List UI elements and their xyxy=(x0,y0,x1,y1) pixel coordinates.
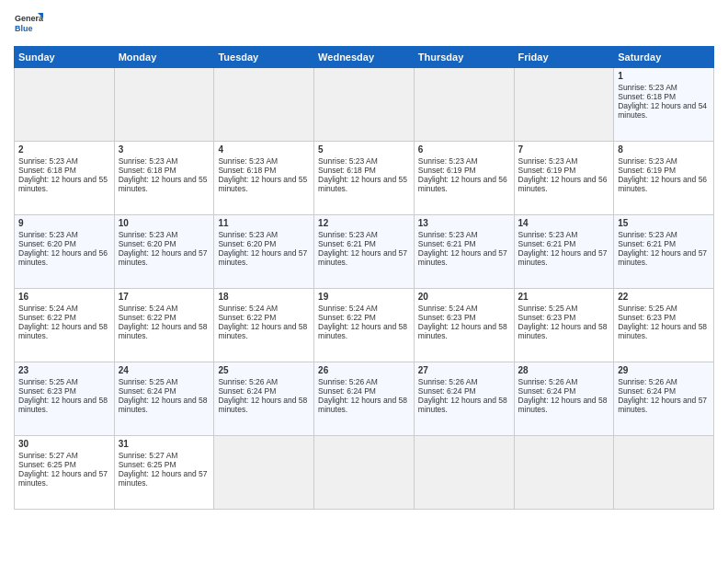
daylight-label: Daylight: 12 hours and 55 minutes. xyxy=(119,175,208,193)
day-number: 12 xyxy=(318,218,410,228)
calendar-cell: 7Sunrise: 5:23 AMSunset: 6:19 PMDaylight… xyxy=(514,142,614,215)
daylight-label: Daylight: 12 hours and 58 minutes. xyxy=(518,322,608,340)
col-header-monday: Monday xyxy=(114,47,214,68)
day-number: 2 xyxy=(18,144,110,155)
sunset-label: Sunset: 6:23 PM xyxy=(518,313,576,322)
sunset-label: Sunset: 6:23 PM xyxy=(418,313,476,322)
header-row: SundayMondayTuesdayWednesdayThursdayFrid… xyxy=(15,47,714,68)
calendar-cell xyxy=(114,68,214,142)
day-number: 24 xyxy=(119,365,210,375)
daylight-label: Daylight: 12 hours and 56 minutes. xyxy=(418,175,507,193)
daylight-label: Daylight: 12 hours and 58 minutes. xyxy=(18,322,108,340)
calendar-cell: 8Sunrise: 5:23 AMSunset: 6:19 PMDaylight… xyxy=(614,142,714,215)
day-number: 1 xyxy=(618,71,710,81)
sunset-label: Sunset: 6:22 PM xyxy=(318,313,376,322)
daylight-label: Daylight: 12 hours and 55 minutes. xyxy=(218,175,307,193)
calendar-cell: 9Sunrise: 5:23 AMSunset: 6:20 PMDaylight… xyxy=(15,215,115,289)
sunrise-label: Sunrise: 5:25 AM xyxy=(618,304,677,313)
sunset-label: Sunset: 6:18 PM xyxy=(218,166,276,175)
calendar-cell xyxy=(514,436,614,510)
day-number: 19 xyxy=(318,292,410,302)
calendar-cell: 27Sunrise: 5:26 AMSunset: 6:24 PMDayligh… xyxy=(414,362,514,436)
sunset-label: Sunset: 6:20 PM xyxy=(119,239,176,248)
col-header-wednesday: Wednesday xyxy=(314,47,415,68)
calendar-cell: 2Sunrise: 5:23 AMSunset: 6:18 PMDaylight… xyxy=(15,142,115,215)
day-number: 31 xyxy=(119,439,210,449)
sunrise-label: Sunrise: 5:26 AM xyxy=(218,377,278,386)
daylight-label: Daylight: 12 hours and 55 minutes. xyxy=(318,175,407,193)
daylight-label: Daylight: 12 hours and 58 minutes. xyxy=(318,396,407,414)
calendar-cell: 29Sunrise: 5:26 AMSunset: 6:24 PMDayligh… xyxy=(614,362,714,436)
sunset-label: Sunset: 6:21 PM xyxy=(318,239,376,248)
calendar-cell xyxy=(314,68,415,142)
sunrise-label: Sunrise: 5:23 AM xyxy=(119,156,178,166)
sunset-label: Sunset: 6:18 PM xyxy=(318,166,376,175)
sunset-label: Sunset: 6:18 PM xyxy=(618,92,676,101)
daylight-label: Daylight: 12 hours and 57 minutes. xyxy=(119,469,208,488)
calendar-cell xyxy=(514,68,614,142)
daylight-label: Daylight: 12 hours and 58 minutes. xyxy=(518,396,608,414)
sunrise-label: Sunrise: 5:23 AM xyxy=(518,156,578,166)
sunset-label: Sunset: 6:22 PM xyxy=(18,313,76,322)
day-number: 17 xyxy=(119,292,210,302)
daylight-label: Daylight: 12 hours and 57 minutes. xyxy=(18,469,108,488)
sunset-label: Sunset: 6:24 PM xyxy=(618,386,676,396)
day-number: 18 xyxy=(218,292,310,302)
day-number: 20 xyxy=(418,292,510,302)
daylight-label: Daylight: 12 hours and 58 minutes. xyxy=(418,396,507,414)
col-header-sunday: Sunday xyxy=(15,47,115,68)
day-number: 16 xyxy=(18,292,110,302)
week-row-5: 30Sunrise: 5:27 AMSunset: 6:25 PMDayligh… xyxy=(15,436,714,510)
daylight-label: Daylight: 12 hours and 57 minutes. xyxy=(418,248,507,267)
sunrise-label: Sunrise: 5:23 AM xyxy=(218,156,278,166)
sunrise-label: Sunrise: 5:23 AM xyxy=(618,83,677,92)
day-number: 28 xyxy=(518,365,610,375)
calendar-cell: 11Sunrise: 5:23 AMSunset: 6:20 PMDayligh… xyxy=(214,215,314,289)
sunrise-label: Sunrise: 5:24 AM xyxy=(218,304,278,313)
calendar-cell xyxy=(214,436,314,510)
day-number: 4 xyxy=(218,144,310,155)
sunrise-label: Sunrise: 5:26 AM xyxy=(518,377,578,386)
calendar-cell: 20Sunrise: 5:24 AMSunset: 6:23 PMDayligh… xyxy=(414,289,514,362)
sunset-label: Sunset: 6:22 PM xyxy=(119,313,176,322)
sunset-label: Sunset: 6:19 PM xyxy=(518,166,576,175)
calendar-cell: 1Sunrise: 5:23 AMSunset: 6:18 PMDaylight… xyxy=(614,68,714,142)
sunrise-label: Sunrise: 5:25 AM xyxy=(518,304,578,313)
day-number: 8 xyxy=(618,144,710,155)
calendar-table: SundayMondayTuesdayWednesdayThursdayFrid… xyxy=(14,46,714,510)
calendar-cell: 21Sunrise: 5:25 AMSunset: 6:23 PMDayligh… xyxy=(514,289,614,362)
calendar-cell: 23Sunrise: 5:25 AMSunset: 6:23 PMDayligh… xyxy=(15,362,115,436)
sunset-label: Sunset: 6:18 PM xyxy=(119,166,176,175)
calendar-cell: 13Sunrise: 5:23 AMSunset: 6:21 PMDayligh… xyxy=(414,215,514,289)
calendar-cell: 12Sunrise: 5:23 AMSunset: 6:21 PMDayligh… xyxy=(314,215,415,289)
col-header-tuesday: Tuesday xyxy=(214,47,314,68)
daylight-label: Daylight: 12 hours and 56 minutes. xyxy=(618,175,707,193)
sunrise-label: Sunrise: 5:23 AM xyxy=(618,156,677,166)
sunset-label: Sunset: 6:24 PM xyxy=(518,386,576,396)
sunrise-label: Sunrise: 5:23 AM xyxy=(318,230,378,239)
sunrise-label: Sunrise: 5:27 AM xyxy=(18,451,78,460)
sunset-label: Sunset: 6:22 PM xyxy=(218,313,276,322)
calendar-cell: 30Sunrise: 5:27 AMSunset: 6:25 PMDayligh… xyxy=(15,436,115,510)
logo-svg: General Blue xyxy=(14,9,43,39)
svg-text:General: General xyxy=(15,14,43,23)
calendar-cell: 4Sunrise: 5:23 AMSunset: 6:18 PMDaylight… xyxy=(214,142,314,215)
sunrise-label: Sunrise: 5:24 AM xyxy=(119,304,178,313)
calendar-cell xyxy=(314,436,415,510)
svg-text:Blue: Blue xyxy=(15,24,33,33)
day-number: 15 xyxy=(618,218,710,228)
col-header-thursday: Thursday xyxy=(414,47,514,68)
calendar-cell: 16Sunrise: 5:24 AMSunset: 6:22 PMDayligh… xyxy=(15,289,115,362)
calendar-cell: 15Sunrise: 5:23 AMSunset: 6:21 PMDayligh… xyxy=(614,215,714,289)
week-row-4: 23Sunrise: 5:25 AMSunset: 6:23 PMDayligh… xyxy=(15,362,714,436)
header: General Blue xyxy=(14,9,714,39)
daylight-label: Daylight: 12 hours and 57 minutes. xyxy=(618,248,707,267)
sunset-label: Sunset: 6:21 PM xyxy=(518,239,576,248)
day-number: 14 xyxy=(518,218,610,228)
sunrise-label: Sunrise: 5:23 AM xyxy=(18,156,78,166)
day-number: 30 xyxy=(18,439,110,449)
daylight-label: Daylight: 12 hours and 58 minutes. xyxy=(218,322,307,340)
day-number: 6 xyxy=(418,144,510,155)
sunrise-label: Sunrise: 5:27 AM xyxy=(119,451,178,460)
day-number: 21 xyxy=(518,292,610,302)
